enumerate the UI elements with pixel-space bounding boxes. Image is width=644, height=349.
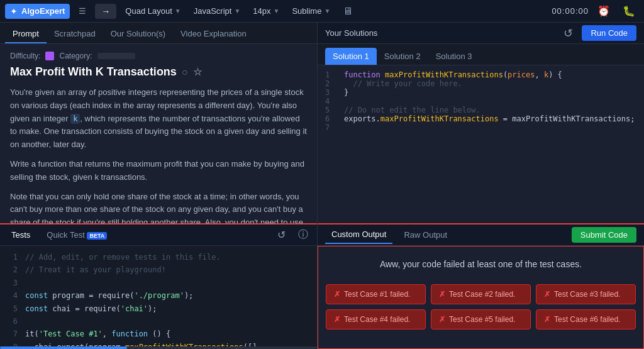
test-tab-bar: Tests Quick Test BETA ↺ ⓘ <box>0 224 317 246</box>
test-case-1[interactable]: ✗ Test Case #1 failed. <box>326 284 426 304</box>
sol-line-6: 6 exports.maxProfitWithKTransactions = m… <box>325 114 636 123</box>
test-code-line-1: 1 // Add, edit, or remove tests in this … <box>8 251 309 263</box>
star-icon[interactable]: ☆ <box>193 66 202 78</box>
horizontal-scrollbar[interactable] <box>0 346 317 349</box>
category-value <box>97 53 135 59</box>
difficulty-label: Difficulty: <box>10 52 40 60</box>
test-cases-grid: ✗ Test Case #1 failed. ✗ Test Case #2 fa… <box>326 284 636 330</box>
editor-caret: ▼ <box>324 8 330 14</box>
list-icon-btn[interactable]: ☰ <box>75 4 90 18</box>
category-label: Category: <box>59 52 92 60</box>
k-inline-code: k <box>70 114 80 124</box>
x-icon-5: ✗ <box>439 315 445 324</box>
reset-tests-btn[interactable]: ↺ <box>274 227 289 243</box>
language-label: JavaScript <box>194 6 232 16</box>
x-icon-6: ✗ <box>544 315 550 324</box>
tab-raw-output[interactable]: Raw Output <box>397 226 453 243</box>
list-icon: ☰ <box>79 6 86 16</box>
sol-line-7: 7 <box>325 123 636 132</box>
sol-line-3: 3 } <box>325 88 636 97</box>
sol-line-4: 4 <box>325 97 636 106</box>
solution-tab-bar: Solution 1 Solution 2 Solution 3 <box>318 44 644 65</box>
logo-icon: ✦ <box>10 6 18 16</box>
reset-code-btn[interactable]: ↺ <box>560 25 577 42</box>
tab-prompt[interactable]: Prompt <box>5 25 47 43</box>
bug-icon: 🐛 <box>623 6 635 16</box>
problem-desc-3: Note that you can only hold one share of… <box>10 191 307 223</box>
problem-title: Max Profit With K Transactions ○ ☆ <box>10 65 307 79</box>
sol-line-5: 5 // Do not edit the line below. <box>325 106 636 114</box>
alarm-icon-btn[interactable]: ⏰ <box>594 4 614 18</box>
tab-solution-1[interactable]: Solution 1 <box>325 48 377 65</box>
top-nav: ✦ AlgoExpert ☰ → Quad Layout ▼ JavaScrip… <box>0 0 644 23</box>
x-icon-4: ✗ <box>334 315 340 324</box>
test-case-3[interactable]: ✗ Test Case #3 failed. <box>536 284 636 304</box>
your-solutions-label: Your Solutions <box>325 28 377 38</box>
tab-quick-test[interactable]: Quick Test BETA <box>40 226 113 243</box>
tab-solution-2[interactable]: Solution 2 <box>377 48 428 65</box>
logo[interactable]: ✦ AlgoExpert <box>5 4 70 19</box>
test-case-5-label: Test Case #5 failed. <box>449 315 515 324</box>
test-code-line-4: 4 const program = require('./program'); <box>8 289 309 302</box>
tab-our-solution[interactable]: Our Solution(s) <box>103 25 173 43</box>
submit-code-button[interactable]: Submit Code <box>572 227 636 243</box>
x-icon-2: ✗ <box>439 290 445 299</box>
test-case-6[interactable]: ✗ Test Case #6 failed. <box>536 309 636 330</box>
tab-tests[interactable]: Tests <box>5 226 36 243</box>
arrow-icon: → <box>101 6 110 16</box>
tab-scratchpad[interactable]: Scratchpad <box>47 25 103 43</box>
right-top-header: Your Solutions ↺ Run Code <box>318 23 644 44</box>
tab-video[interactable]: Video Explanation <box>173 25 254 43</box>
tab-custom-output[interactable]: Custom Output <box>325 226 392 244</box>
tab-solution-3[interactable]: Solution 3 <box>428 48 480 65</box>
difficulty-badge <box>45 52 54 60</box>
problem-content: Difficulty: Category: Max Profit With K … <box>0 44 317 223</box>
sol-line-2: 2 // Write your code here. <box>325 79 636 88</box>
editor-dropdown[interactable]: Sublime ▼ <box>288 4 334 18</box>
left-panel: Prompt Scratchpad Our Solution(s) Video … <box>0 23 318 349</box>
font-label: 14px <box>253 6 270 16</box>
test-code-editor[interactable]: 1 // Add, edit, or remove tests in this … <box>0 246 317 346</box>
test-case-5[interactable]: ✗ Test Case #5 failed. <box>431 309 531 330</box>
right-panel: Your Solutions ↺ Run Code Solution 1 Sol… <box>318 23 644 349</box>
right-top: Your Solutions ↺ Run Code Solution 1 Sol… <box>318 23 644 223</box>
timer: 00:00:00 <box>552 6 589 16</box>
font-dropdown[interactable]: 14px ▼ <box>249 4 283 18</box>
header-actions: ↺ Run Code <box>560 25 636 42</box>
output-content: Aww, your code failed at least one of th… <box>318 246 644 349</box>
test-case-6-label: Test Case #6 failed. <box>554 315 620 324</box>
arrow-btn[interactable]: → <box>95 4 116 19</box>
test-panel: Tests Quick Test BETA ↺ ⓘ 1 // Add, edit… <box>0 223 317 349</box>
circle-icon[interactable]: ○ <box>182 67 188 78</box>
fail-message: Aww, your code failed at least one of th… <box>326 254 636 274</box>
alarm-icon: ⏰ <box>597 6 610 16</box>
test-tab-actions: ↺ ⓘ <box>274 227 312 243</box>
test-case-4[interactable]: ✗ Test Case #4 failed. <box>326 309 426 330</box>
monitor-icon-btn[interactable]: 🖥 <box>339 4 357 18</box>
test-code-line-2: 2 // Treat it as your playground! <box>8 263 309 276</box>
test-case-2-label: Test Case #2 failed. <box>449 290 515 299</box>
problem-desc-2: Write a function that returns the maximu… <box>10 158 307 184</box>
left-tab-bar: Prompt Scratchpad Our Solution(s) Video … <box>0 23 317 44</box>
beta-badge: BETA <box>87 232 107 240</box>
test-case-3-label: Test Case #3 failed. <box>554 290 620 299</box>
main-layout: Prompt Scratchpad Our Solution(s) Video … <box>0 23 644 349</box>
run-code-button[interactable]: Run Code <box>582 25 636 41</box>
info-tests-btn[interactable]: ⓘ <box>294 227 312 243</box>
solution-code-editor[interactable]: 1 function maxProfitWithKTransactions(pr… <box>318 65 644 223</box>
layout-caret: ▼ <box>175 8 181 14</box>
x-icon-3: ✗ <box>544 290 550 299</box>
logo-text: AlgoExpert <box>21 6 65 16</box>
language-dropdown[interactable]: JavaScript ▼ <box>190 4 245 18</box>
language-caret: ▼ <box>234 8 240 14</box>
scroll-thumb <box>0 346 127 349</box>
sol-line-1: 1 function maxProfitWithKTransactions(pr… <box>325 70 636 79</box>
test-code-line-6: 6 <box>8 315 309 328</box>
test-case-2[interactable]: ✗ Test Case #2 failed. <box>431 284 531 304</box>
layout-label: Quad Layout <box>125 6 172 16</box>
layout-dropdown[interactable]: Quad Layout ▼ <box>121 4 184 18</box>
difficulty-row: Difficulty: Category: <box>10 52 307 60</box>
bug-icon-btn[interactable]: 🐛 <box>619 4 639 18</box>
output-panel: Custom Output Raw Output Submit Code Aww… <box>318 223 644 349</box>
x-icon-1: ✗ <box>334 290 340 299</box>
